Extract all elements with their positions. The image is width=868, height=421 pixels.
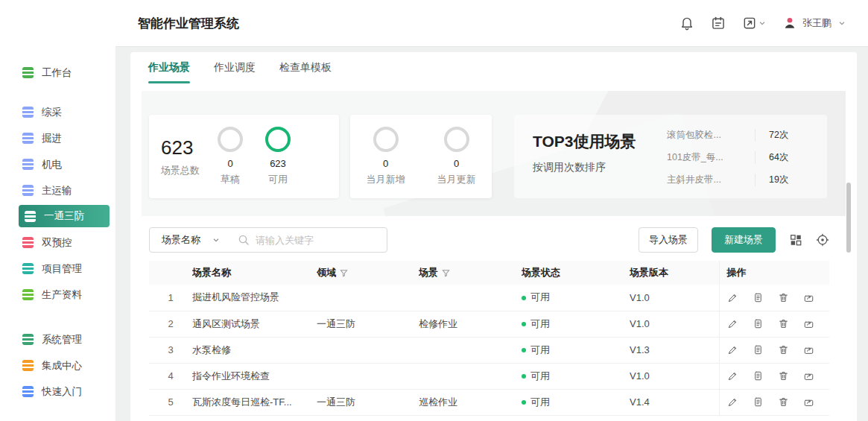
tab-work-scene[interactable]: 作业场景: [148, 61, 190, 83]
create-scene-button[interactable]: 新建场景: [712, 227, 776, 253]
sidebar-item-juejin[interactable]: 掘进: [0, 125, 115, 151]
row-index: 2: [149, 311, 192, 337]
sidebar-item-production-data[interactable]: 生产资料: [0, 282, 115, 308]
available-label: 可用: [268, 173, 288, 186]
sidebar-item-label: 项目管理: [42, 262, 82, 276]
sidebar-item-workbench[interactable]: 工作台: [0, 60, 115, 86]
status-badge: 可用: [530, 396, 550, 408]
sidebar-item-shuangyukong[interactable]: 双预控: [0, 230, 115, 256]
chevron-down-icon: [758, 19, 766, 27]
top3-item: 主斜井皮带... 19次: [667, 168, 816, 191]
user-menu[interactable]: 张王鹏: [782, 16, 846, 31]
share-icon[interactable]: [803, 370, 814, 382]
row-index: 1: [149, 285, 192, 311]
column-header-name: 场景名称: [192, 261, 317, 285]
row-actions: [719, 363, 829, 389]
table-row[interactable]: 3水泵检修可用V1.3: [149, 337, 829, 363]
sidebar-item-zhuyunshu[interactable]: 主运输: [0, 177, 115, 203]
sidebar-item-integration-center[interactable]: 集成中心: [0, 352, 115, 379]
column-header-domain[interactable]: 领域: [317, 261, 419, 285]
filter-icon[interactable]: [442, 269, 450, 277]
scene-type: [419, 337, 522, 363]
row-actions: [719, 389, 829, 415]
scene-domain: 一通三防: [317, 389, 419, 415]
scene-domain: [317, 363, 419, 389]
electromechanical-icon: [22, 159, 34, 170]
tab-work-schedule[interactable]: 作业调度: [214, 61, 256, 83]
column-header-scene[interactable]: 场景: [419, 261, 522, 285]
sidebar-item-jidian[interactable]: 机电: [0, 151, 115, 177]
tunneling-icon: [22, 133, 34, 144]
status-badge: 可用: [530, 344, 550, 355]
edit-icon[interactable]: [727, 292, 738, 303]
sidebar-item-quick-start[interactable]: 快速入门: [0, 379, 115, 405]
table-header-row: 场景名称 领域 场景 场景状态 场景版本: [149, 261, 829, 285]
bell-icon[interactable]: [679, 16, 694, 31]
row-actions: [719, 285, 829, 311]
top3-item-name: 滚筒包胶检...: [667, 129, 755, 142]
scene-table: 场景名称 领域 场景 场景状态 场景版本: [149, 261, 829, 416]
monthly-stats-card: 0 当月新增 0 当月更新: [350, 115, 492, 198]
scene-status: 可用: [522, 311, 630, 337]
integration-icon: [22, 360, 34, 371]
sidebar-item-project-management[interactable]: 项目管理: [0, 256, 115, 282]
table-row[interactable]: 1掘进机风险管控场景可用V1.0: [149, 285, 829, 311]
edit-icon[interactable]: [727, 370, 738, 382]
settings-icon[interactable]: [816, 233, 829, 247]
scrollbar-thumb[interactable]: [846, 183, 851, 253]
sidebar-item-yitongsanfang[interactable]: 一通三防: [19, 205, 110, 227]
clipboard-icon: [22, 263, 34, 274]
sidebar-item-zongcai[interactable]: 综采: [0, 99, 115, 125]
tab-bar: 作业场景 作业调度 检查单模板: [148, 61, 332, 83]
copy-doc-icon[interactable]: [753, 292, 764, 303]
share-icon[interactable]: [803, 292, 814, 303]
copy-doc-icon[interactable]: [753, 318, 764, 329]
edit-icon[interactable]: [727, 396, 738, 408]
scene-status: 可用: [522, 337, 630, 363]
table-row[interactable]: 4指令作业环境检查可用V1.0: [149, 363, 829, 389]
tab-checklist-template[interactable]: 检查单模板: [279, 61, 332, 83]
import-scene-button[interactable]: 导入场景: [639, 227, 698, 253]
top-header: 智能作业管理系统 张王鹏: [115, 0, 868, 46]
delete-icon[interactable]: [778, 396, 789, 408]
app-switcher[interactable]: [742, 16, 766, 31]
scene-version: V1.0: [630, 285, 719, 311]
top3-usage-panel: TOP3使用场景 按调用次数排序 滚筒包胶检... 72次 101皮带_每...…: [514, 115, 827, 198]
row-actions: [719, 311, 829, 337]
scene-status: 可用: [522, 389, 630, 415]
table-row[interactable]: 2通风区测试场景一通三防检修作业可用V1.0: [149, 311, 829, 337]
filter-icon[interactable]: [340, 269, 348, 277]
scene-domain: [317, 285, 419, 311]
month-new-value: 0: [383, 158, 388, 169]
mining-icon: [22, 107, 34, 118]
column-header-action: 操作: [719, 261, 829, 285]
month-update-label: 当月更新: [437, 173, 476, 186]
delete-icon[interactable]: [778, 370, 789, 382]
search-icon: [238, 234, 250, 246]
share-icon[interactable]: [803, 318, 814, 329]
share-icon[interactable]: [803, 344, 814, 355]
sidebar-item-label: 系统管理: [42, 333, 82, 346]
delete-icon[interactable]: [778, 318, 789, 329]
copy-doc-icon[interactable]: [753, 396, 764, 408]
search-field-select[interactable]: 场景名称: [150, 233, 230, 247]
available-ring-chart: [265, 127, 291, 152]
delete-icon[interactable]: [778, 344, 789, 355]
edit-icon[interactable]: [727, 344, 738, 355]
top3-item-count: 64次: [755, 151, 788, 164]
sidebar-item-system-management[interactable]: 系统管理: [0, 326, 115, 352]
calendar-icon[interactable]: [711, 16, 726, 31]
scene-name: 瓦斯浓度每日巡检-TF...: [192, 389, 317, 415]
scene-domain: 一通三防: [317, 311, 419, 337]
share-icon[interactable]: [803, 396, 814, 408]
card-view-icon[interactable]: [789, 233, 802, 247]
copy-doc-icon[interactable]: [753, 344, 764, 355]
sidebar-item-label: 一通三防: [44, 209, 84, 223]
top3-title: TOP3使用场景: [533, 131, 636, 152]
edit-icon[interactable]: [727, 318, 738, 329]
search-input[interactable]: [256, 235, 387, 246]
delete-icon[interactable]: [778, 292, 789, 303]
table-row[interactable]: 5瓦斯浓度每日巡检-TF...一通三防巡检作业可用V1.4: [149, 389, 829, 415]
copy-doc-icon[interactable]: [753, 370, 764, 382]
sidebar-item-label: 集成中心: [42, 359, 82, 373]
